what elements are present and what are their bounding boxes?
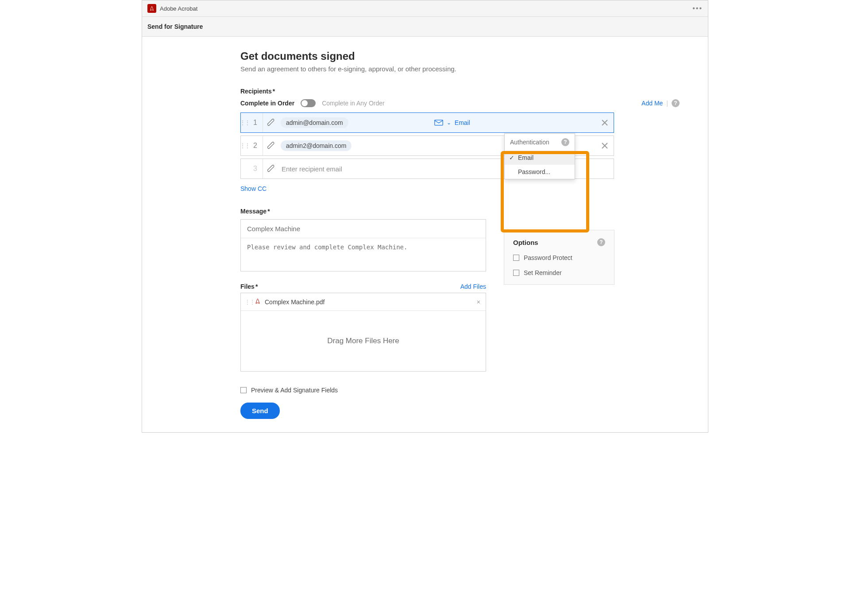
remove-recipient-1[interactable] — [596, 119, 614, 126]
add-me-link[interactable]: Add Me — [641, 100, 663, 107]
options-label: Options — [513, 239, 538, 246]
chevron-down-icon: ⌄ — [447, 120, 451, 126]
drag-handle-icon[interactable] — [241, 142, 248, 149]
order-toggle[interactable] — [301, 99, 316, 107]
recipients-label: Recipients — [240, 88, 681, 95]
pdf-icon — [254, 298, 261, 306]
message-label: Message — [240, 208, 681, 215]
auth-dropdown-header: Authentication — [510, 139, 549, 146]
remove-file-icon[interactable]: × — [477, 298, 480, 306]
remove-recipient-2[interactable] — [596, 142, 614, 149]
acrobat-icon — [147, 4, 156, 13]
preview-label: Preview & Add Signature Fields — [251, 387, 338, 394]
drag-handle-icon[interactable] — [246, 298, 252, 306]
page-title: Get documents signed — [240, 50, 681, 62]
show-cc-link[interactable]: Show CC — [240, 185, 267, 192]
checkbox-icon[interactable] — [513, 270, 519, 276]
recipient-order-1: 1 — [248, 113, 263, 132]
files-label: Files — [240, 283, 258, 290]
options-panel: Options ? Password Protect Set Reminder — [504, 230, 614, 285]
recipients-help-icon[interactable]: ? — [672, 99, 680, 107]
complete-in-order-label: Complete in Order — [240, 100, 294, 107]
message-box: Please review and complete Complex Machi… — [240, 219, 486, 271]
signer-icon[interactable] — [263, 164, 281, 173]
auth-option-email[interactable]: Email — [505, 151, 575, 165]
signer-icon[interactable] — [263, 141, 281, 150]
password-protect-option[interactable]: Password Protect — [513, 254, 605, 261]
titlebar: Adobe Acrobat ••• — [142, 0, 708, 17]
message-subject-input[interactable] — [241, 220, 486, 238]
recipient-email-2[interactable]: admin2@domain.com — [281, 140, 352, 151]
auth-label: Email — [455, 119, 470, 126]
checkbox-icon[interactable] — [240, 387, 247, 393]
auth-selector[interactable]: ⌄ Email — [434, 119, 470, 126]
add-files-link[interactable]: Add Files — [460, 283, 486, 290]
set-reminder-option[interactable]: Set Reminder — [513, 269, 605, 276]
message-body-input[interactable]: Please review and complete Complex Machi… — [241, 238, 486, 269]
svg-rect-0 — [435, 120, 443, 125]
auth-help-icon[interactable]: ? — [561, 138, 569, 146]
recipient-email-1[interactable]: admin@domain.com — [281, 117, 348, 128]
signer-icon[interactable] — [263, 118, 281, 127]
more-menu-icon[interactable]: ••• — [692, 4, 703, 12]
auth-option-password[interactable]: Password... — [505, 165, 575, 179]
preview-checkbox-row[interactable]: Preview & Add Signature Fields — [240, 387, 486, 394]
complete-any-order-label: Complete in Any Order — [322, 100, 385, 107]
recipient-order-3: 3 — [248, 159, 263, 178]
checkbox-icon[interactable] — [513, 255, 519, 261]
files-box: Complex Machine.pdf × Drag More Files He… — [240, 293, 486, 372]
send-button[interactable]: Send — [240, 403, 280, 419]
drag-zone[interactable]: Drag More Files Here — [241, 311, 486, 371]
page-subtitle: Send an agreement to others for e-signin… — [240, 65, 681, 73]
app-name: Adobe Acrobat — [160, 5, 197, 12]
options-help-icon[interactable]: ? — [597, 238, 605, 246]
drag-handle-icon[interactable] — [241, 119, 248, 126]
file-name: Complex Machine.pdf — [265, 298, 325, 306]
file-row[interactable]: Complex Machine.pdf × — [241, 293, 486, 311]
recipient-order-2: 2 — [248, 136, 263, 155]
recipient-placeholder[interactable]: Enter recipient email — [281, 165, 342, 173]
page-subhead: Send for Signature — [142, 17, 708, 37]
auth-dropdown: Authentication ? Email Password... — [504, 133, 575, 179]
recipient-row-1[interactable]: 1 admin@domain.com ⌄ Email Authenticatio… — [240, 112, 614, 133]
